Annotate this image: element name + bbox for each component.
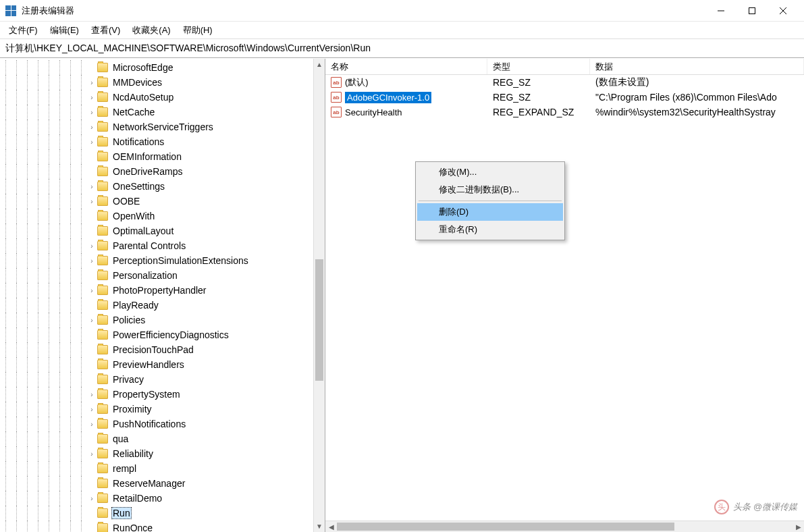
- menu-help[interactable]: 帮助(H): [177, 22, 219, 39]
- expand-icon[interactable]: ›: [86, 493, 97, 504]
- folder-icon: [97, 78, 108, 87]
- tree-item[interactable]: Run: [0, 506, 325, 521]
- tree-item[interactable]: PreviewHandlers: [0, 357, 325, 372]
- tree-item-label: NcdAutoSetup: [111, 92, 175, 103]
- context-menu-delete[interactable]: 删除(D): [417, 203, 563, 221]
- tree-item[interactable]: ›Reliability: [0, 446, 325, 461]
- vertical-scrollbar[interactable]: ▲ ▼: [313, 59, 325, 532]
- tree-item[interactable]: ›PhotoPropertyHandler: [0, 283, 325, 298]
- tree-item[interactable]: ›PerceptionSimulationExtensions: [0, 253, 325, 268]
- value-row[interactable]: ab(默认)REG_SZ(数值未设置): [325, 75, 804, 90]
- tree-item[interactable]: Personalization: [0, 268, 325, 283]
- expand-icon[interactable]: ›: [86, 389, 97, 400]
- tree-item[interactable]: ›OneSettings: [0, 179, 325, 194]
- scroll-left-button[interactable]: ◀: [325, 521, 337, 532]
- expand-icon[interactable]: ›: [86, 404, 97, 415]
- expand-icon[interactable]: ›: [86, 240, 97, 251]
- tree-item[interactable]: ›NcdAutoSetup: [0, 90, 325, 105]
- tree-item[interactable]: ›Notifications: [0, 134, 325, 149]
- maximize-button[interactable]: [736, 0, 768, 22]
- scroll-up-button[interactable]: ▲: [314, 59, 325, 70]
- tree-item[interactable]: OptimalLayout: [0, 223, 325, 238]
- no-expand-icon: [86, 62, 97, 73]
- expand-icon[interactable]: ›: [86, 107, 97, 117]
- tree-item[interactable]: ›PushNotifications: [0, 417, 325, 431]
- tree-item-label: OptimalLayout: [111, 225, 175, 236]
- expand-icon[interactable]: ›: [86, 92, 97, 103]
- column-header-type[interactable]: 类型: [487, 59, 590, 74]
- folder-icon: [97, 63, 108, 72]
- tree-item-label: PushNotifications: [111, 419, 187, 429]
- expand-icon[interactable]: ›: [86, 448, 97, 459]
- expand-icon[interactable]: ›: [86, 315, 97, 325]
- h-scrollbar-thumb[interactable]: [337, 523, 674, 531]
- menu-edit[interactable]: 编辑(E): [44, 22, 85, 39]
- menu-favorites[interactable]: 收藏夹(A): [126, 22, 176, 39]
- address-path: 计算机\HKEY_LOCAL_MACHINE\SOFTWARE\Microsof…: [5, 43, 371, 55]
- tree-item[interactable]: OEMInformation: [0, 149, 325, 164]
- folder-icon: [97, 390, 108, 399]
- tree-item-label: Policies: [111, 315, 146, 325]
- no-expand-icon: [86, 344, 97, 355]
- values-list[interactable]: ab(默认)REG_SZ(数值未设置)abAdobeGCInvoker-1.0R…: [325, 75, 804, 521]
- tree-item[interactable]: RunOnce: [0, 521, 325, 532]
- scroll-right-button[interactable]: ▶: [793, 521, 804, 532]
- value-data: %windir%\system32\SecurityHealthSystray: [590, 107, 804, 117]
- tree-item[interactable]: ReserveManager: [0, 476, 325, 491]
- registry-tree[interactable]: MicrosoftEdge›MMDevices›NcdAutoSetup›Net…: [0, 59, 325, 532]
- tree-item[interactable]: ›MMDevices: [0, 75, 325, 90]
- menu-view[interactable]: 查看(V): [85, 22, 126, 39]
- folder-icon: [97, 196, 108, 206]
- value-data: "C:\Program Files (x86)\Common Files\Ado: [590, 92, 804, 103]
- tree-item[interactable]: MicrosoftEdge: [0, 60, 325, 75]
- tree-item[interactable]: qua: [0, 431, 325, 446]
- context-menu-modify[interactable]: 修改(M)...: [417, 163, 563, 181]
- expand-icon[interactable]: ›: [86, 419, 97, 429]
- tree-item-label: PreviewHandlers: [111, 359, 186, 370]
- folder-icon: [97, 464, 108, 473]
- column-header-name[interactable]: 名称: [325, 59, 487, 74]
- expand-icon[interactable]: ›: [86, 122, 97, 132]
- tree-item-label: PlayReady: [111, 300, 160, 311]
- tree-item[interactable]: PrecisionTouchPad: [0, 342, 325, 357]
- column-header-data[interactable]: 数据: [590, 59, 804, 74]
- tree-item[interactable]: PlayReady: [0, 298, 325, 313]
- tree-item[interactable]: rempl: [0, 461, 325, 476]
- expand-icon[interactable]: ›: [86, 255, 97, 266]
- close-button[interactable]: [768, 0, 799, 22]
- expand-icon[interactable]: ›: [86, 181, 97, 192]
- folder-icon: [97, 211, 108, 221]
- tree-item-label: OOBE: [111, 196, 141, 207]
- value-row[interactable]: abSecurityHealthREG_EXPAND_SZ%windir%\sy…: [325, 105, 804, 119]
- tree-item[interactable]: ›PropertySystem: [0, 387, 325, 402]
- expand-icon[interactable]: ›: [86, 136, 97, 147]
- tree-item-label: OneDriveRamps: [111, 166, 184, 177]
- minimize-button[interactable]: [705, 0, 736, 22]
- tree-item[interactable]: ›Parental Controls: [0, 238, 325, 253]
- tree-item[interactable]: ›Policies: [0, 313, 325, 327]
- tree-item[interactable]: ›OOBE: [0, 194, 325, 209]
- address-bar[interactable]: 计算机\HKEY_LOCAL_MACHINE\SOFTWARE\Microsof…: [0, 39, 804, 58]
- expand-icon[interactable]: ›: [86, 285, 97, 296]
- expand-icon[interactable]: ›: [86, 77, 97, 88]
- tree-item[interactable]: ›NetworkServiceTriggers: [0, 119, 325, 134]
- tree-item[interactable]: PowerEfficiencyDiagnostics: [0, 327, 325, 342]
- value-row[interactable]: abAdobeGCInvoker-1.0REG_SZ"C:\Program Fi…: [325, 90, 804, 105]
- horizontal-scrollbar[interactable]: ◀ ▶: [325, 521, 804, 532]
- tree-item[interactable]: ›RetailDemo: [0, 491, 325, 506]
- expand-icon[interactable]: ›: [86, 196, 97, 207]
- scrollbar-thumb[interactable]: [315, 259, 323, 381]
- tree-item[interactable]: ›Proximity: [0, 402, 325, 417]
- scroll-down-button[interactable]: ▼: [314, 521, 325, 532]
- value-type: REG_SZ: [487, 92, 590, 103]
- tree-item[interactable]: OpenWith: [0, 209, 325, 223]
- menu-file[interactable]: 文件(F): [3, 22, 44, 39]
- context-menu-modify-binary[interactable]: 修改二进制数据(B)...: [417, 181, 563, 198]
- tree-item[interactable]: OneDriveRamps: [0, 164, 325, 179]
- tree-item[interactable]: Privacy: [0, 372, 325, 387]
- tree-item[interactable]: ›NetCache: [0, 105, 325, 119]
- context-menu-separator: [419, 201, 562, 201]
- no-expand-icon: [86, 359, 97, 370]
- value-name: SecurityHealth: [345, 107, 402, 117]
- context-menu-rename[interactable]: 重命名(R): [417, 221, 563, 238]
